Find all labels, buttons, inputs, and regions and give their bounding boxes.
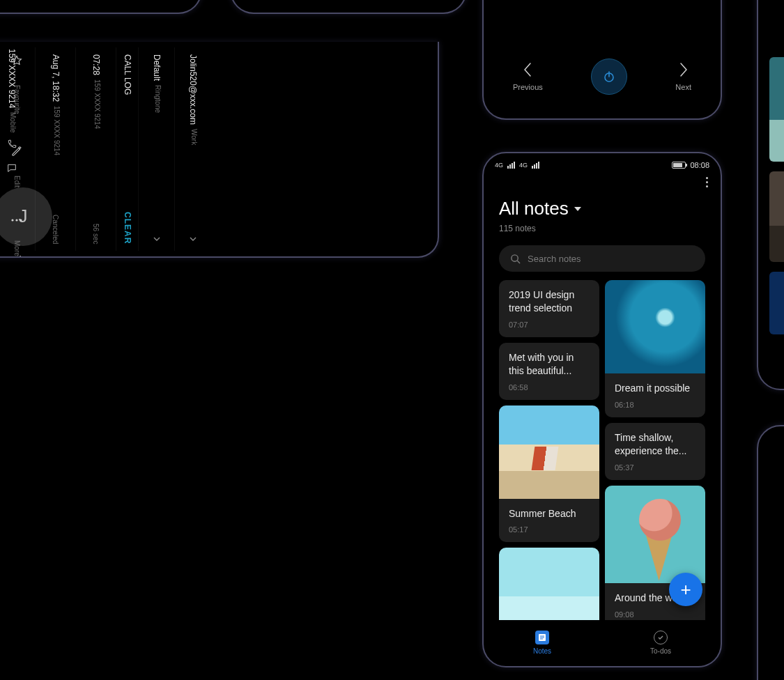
notes-count: 115 notes <box>499 224 705 233</box>
nav-notes[interactable]: Notes <box>533 631 551 655</box>
note-image <box>499 548 599 620</box>
next-label: Next <box>675 83 691 91</box>
log-duration: 56 sec <box>92 224 100 244</box>
note-card[interactable]: Time shallow, experience the... 05:37 <box>605 423 705 480</box>
notes-title-label: All notes <box>499 198 569 219</box>
star-outline-icon[interactable] <box>10 54 23 67</box>
power-button[interactable] <box>591 59 627 95</box>
note-time: 05:37 <box>615 463 695 472</box>
search-input[interactable]: Search notes <box>499 245 705 272</box>
status-bar: 4G 4G 08:08 <box>484 157 721 173</box>
svg-point-2 <box>11 219 13 221</box>
plus-icon: + <box>680 579 691 601</box>
note-image <box>499 405 599 499</box>
note-title: Met with you in this beautiful... <box>509 351 590 378</box>
clear-button[interactable]: CLEAR <box>123 212 132 244</box>
note-card[interactable]: 2019 UI design trend selection 07:07 <box>499 280 599 337</box>
nav-label: Notes <box>533 647 551 655</box>
svg-line-10 <box>517 261 520 263</box>
next-button[interactable]: Next <box>675 62 691 91</box>
phone-frame-fragment <box>230 0 467 14</box>
new-note-fab[interactable]: + <box>669 573 702 606</box>
note-time: 07:07 <box>509 320 590 329</box>
email-value: Jolin520@xxx.com <box>188 54 198 125</box>
phone-fragment <box>757 425 784 680</box>
note-time: 06:58 <box>509 383 590 392</box>
note-image <box>605 486 705 583</box>
note-title: Time shallow, experience the... <box>615 431 695 458</box>
log-number: 159 XXXX 9214 <box>51 106 61 155</box>
log-time: Aug 7, 18:32 <box>51 54 61 102</box>
more-menu-icon[interactable] <box>706 177 708 187</box>
dropdown-triangle-icon <box>574 207 581 211</box>
edit-label: Edit <box>13 176 21 187</box>
battery-icon <box>672 162 686 169</box>
nav-todos[interactable]: To-dos <box>650 631 671 655</box>
svg-point-4 <box>20 219 22 221</box>
note-card[interactable] <box>499 548 599 620</box>
signal-icon <box>532 162 539 169</box>
ringtone-value: Default <box>152 54 162 81</box>
note-card[interactable]: Met with you in this beautiful... 06:58 <box>499 343 599 400</box>
note-image <box>605 280 705 373</box>
phone-frame-fragment <box>0 0 202 14</box>
nav-label: To-dos <box>650 647 671 655</box>
email-label: Work <box>188 129 198 145</box>
previous-label: Previous <box>513 83 543 91</box>
log-duration: Canceled <box>52 215 59 244</box>
svg-point-9 <box>512 254 518 261</box>
note-time: 09:08 <box>615 610 695 619</box>
signal-icon <box>507 162 515 169</box>
chevron-down-icon[interactable] <box>152 234 162 244</box>
chevron-right-icon <box>679 62 689 77</box>
phone-contact: Favourite Edit More Aug 7, 18:32 159 XXX… <box>0 42 439 258</box>
note-card[interactable]: Summer Beach 05:17 <box>499 405 599 543</box>
note-title: Summer Beach <box>509 507 590 520</box>
status-time: 08:08 <box>690 161 709 169</box>
chevron-left-icon <box>523 62 532 77</box>
note-title: 2019 UI design trend selection <box>509 288 590 315</box>
more-label: More <box>13 240 21 256</box>
chevron-down-icon[interactable] <box>188 234 198 244</box>
note-title: Dream it possible <box>615 382 695 395</box>
call-log-label: CALL LOG <box>123 54 132 95</box>
todos-icon <box>654 631 668 644</box>
power-icon <box>591 59 627 95</box>
gallery-thumb <box>769 272 784 334</box>
log-number: 159 XXXX 9214 <box>91 79 101 129</box>
search-icon <box>510 254 521 264</box>
favourite-label: Favourite <box>13 85 21 114</box>
phone-notes: 4G 4G 08:08 All notes 115 notes Search n… <box>482 152 722 667</box>
more-icon[interactable] <box>10 218 23 222</box>
ringtone-label: Ringtone <box>152 85 162 113</box>
edit-icon[interactable] <box>10 145 23 157</box>
note-time: 06:18 <box>615 401 695 409</box>
previous-button[interactable]: Previous <box>513 62 543 91</box>
note-card[interactable]: Dream it possible 06:18 <box>605 280 705 417</box>
notes-icon <box>535 631 549 644</box>
log-time: 07:28 <box>91 54 101 75</box>
gallery-thumb <box>769 171 784 262</box>
gallery-thumb <box>769 57 784 162</box>
phone-remote: Previous Next <box>482 0 722 120</box>
svg-point-3 <box>15 219 17 221</box>
notes-title-dropdown[interactable]: All notes <box>499 198 705 219</box>
search-placeholder: Search notes <box>528 254 581 264</box>
phone-gallery-fragment <box>757 0 784 390</box>
note-time: 05:17 <box>509 525 590 534</box>
